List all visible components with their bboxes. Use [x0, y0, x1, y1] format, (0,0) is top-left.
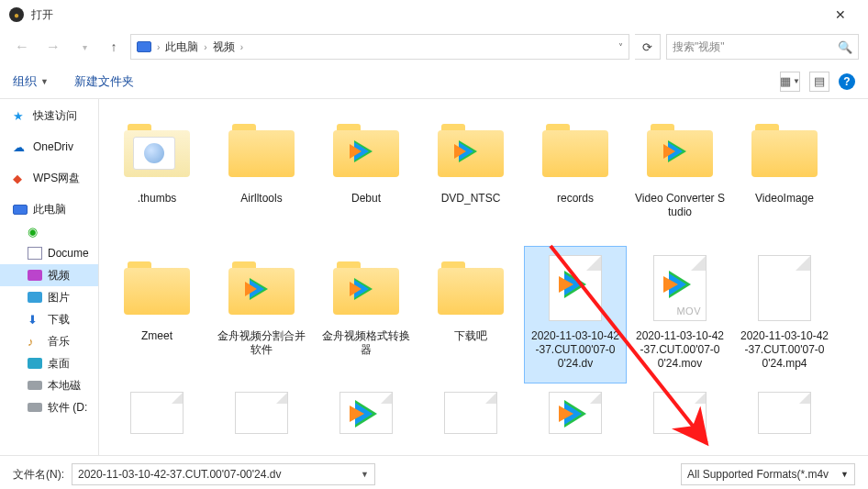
filename-input[interactable]: 2020-11-03-10-42-37.CUT.00'07-00'24.dv ▼ [72, 463, 375, 485]
refresh-button[interactable]: ⟳ [635, 34, 661, 60]
file-tile[interactable]: 2020-11-03-10-42-37.CUT.00'07-00'24.mp4 [733, 246, 836, 383]
file-tile[interactable]: 金舟视频分割合并软件 [210, 246, 313, 383]
new-folder-label: 新建文件夹 [74, 73, 134, 90]
file-tile[interactable] [419, 383, 522, 455]
file-tile[interactable]: .thumbs [106, 108, 208, 246]
sidebar-item-wps[interactable]: ◆WPS网盘 [0, 167, 98, 189]
file-tile[interactable]: MOV2020-11-03-10-42-37.CUT.00'07-00'24.m… [629, 246, 731, 383]
sidebar-item-downloads[interactable]: ⬇下载 [0, 308, 98, 330]
file-tile[interactable]: DVD_NTSC [419, 108, 522, 246]
navbar: ← → ▾ ↑ › 此电脑 › 视频 › ˅ ⟳ 搜索"视频" 🔍 [0, 29, 868, 64]
sidebar-item-music[interactable]: ♪音乐 [0, 330, 98, 352]
file-label: 金舟视频分割合并软件 [214, 329, 309, 357]
bottom-bar: 文件名(N): 2020-11-03-10-42-37.CUT.00'07-00… [0, 455, 868, 489]
app-icon: ● [9, 7, 24, 22]
close-button[interactable]: ✕ [822, 7, 859, 22]
file-thumb [226, 390, 297, 436]
file-thumb [226, 252, 297, 324]
nav-recent-icon[interactable]: ▾ [72, 34, 97, 60]
download-icon: ⬇ [28, 313, 42, 326]
file-tile[interactable] [210, 383, 313, 455]
sidebar-item-desktop[interactable]: 桌面 [0, 352, 98, 374]
file-thumb [435, 390, 506, 436]
sidebar-label: 视频 [48, 268, 70, 283]
file-tile[interactable]: records [524, 108, 627, 246]
file-tile[interactable]: Debut [315, 108, 417, 246]
pc-icon [137, 41, 151, 52]
sidebar-label: 下载 [48, 312, 70, 328]
nav-forward-icon: → [40, 34, 66, 60]
file-label: Debut [350, 192, 383, 206]
file-pane[interactable]: .thumbsAirlltoolsDebutDVD_NTSCrecordsVid… [99, 99, 868, 455]
sidebar-item-wechat[interactable]: ◉ [0, 220, 98, 242]
disk-icon [28, 381, 42, 390]
file-thumb [226, 115, 297, 186]
file-tile[interactable]: Airlltools [210, 108, 313, 246]
help-icon[interactable]: ? [839, 73, 855, 90]
file-tile[interactable]: VideoImage [733, 108, 836, 246]
breadcrumb-root[interactable]: 此电脑 [165, 39, 198, 55]
file-tile[interactable]: Zmeet [106, 246, 208, 383]
organize-label: 组织 [13, 73, 37, 90]
chevron-down-icon[interactable]: ▼ [361, 470, 369, 479]
filename-label: 文件名(N): [13, 467, 64, 483]
file-label: 下载吧 [452, 329, 489, 343]
search-icon[interactable]: 🔍 [838, 40, 852, 54]
star-icon: ★ [13, 109, 28, 122]
file-tile[interactable] [315, 383, 417, 455]
chevron-right-icon: › [204, 42, 206, 52]
nav-up-icon[interactable]: ↑ [103, 36, 125, 58]
sidebar-label: OneDriv [33, 140, 73, 153]
file-thumb [330, 390, 402, 436]
wechat-icon: ◉ [28, 225, 42, 238]
view-icons-button[interactable]: ▦▼ [780, 72, 800, 92]
sidebar-item-this-pc[interactable]: 此电脑 [0, 198, 98, 220]
file-type-filter[interactable]: All Supported Formats(*.m4v ▼ [681, 463, 855, 485]
sidebar-item-onedrive[interactable]: ☁OneDriv [0, 136, 98, 158]
nav-back-icon[interactable]: ← [9, 34, 35, 60]
sidebar-item-software-d[interactable]: 软件 (D: [0, 396, 98, 418]
document-icon [28, 247, 42, 260]
file-tile[interactable] [106, 383, 208, 455]
file-label: Video Converter Studio [632, 192, 728, 219]
address-dropdown-icon[interactable]: ˅ [618, 42, 623, 52]
breadcrumb-folder[interactable]: 视频 [213, 39, 235, 55]
chevron-right-icon: › [157, 42, 160, 52]
view-details-button[interactable]: ▤ [809, 72, 829, 92]
file-label: Zmeet [139, 329, 174, 343]
organize-button[interactable]: 组织 ▼ [13, 73, 49, 90]
file-tile[interactable]: 金舟视频格式转换器 [315, 246, 417, 383]
sidebar-item-pictures[interactable]: 图片 [0, 286, 98, 308]
search-input[interactable]: 搜索"视频" 🔍 [666, 34, 859, 60]
search-placeholder: 搜索"视频" [673, 39, 838, 55]
file-label: 金舟视频格式转换器 [318, 329, 414, 357]
sidebar-item-quick-access[interactable]: ★快速访问 [0, 105, 98, 127]
video-icon [28, 270, 42, 281]
file-tile[interactable]: 下载吧 [419, 246, 522, 383]
file-thumb [540, 252, 611, 324]
address-bar[interactable]: › 此电脑 › 视频 › ˅ [130, 34, 629, 60]
sidebar-item-videos[interactable]: 视频 [0, 264, 98, 286]
body: ★快速访问 ☁OneDriv ◆WPS网盘 此电脑 ◉ Docume 视频 图片… [0, 99, 868, 455]
chevron-right-icon: › [240, 42, 243, 52]
pc-icon [13, 205, 28, 215]
sidebar-label: 桌面 [48, 356, 70, 372]
file-thumb: MOV [644, 252, 716, 324]
file-tile[interactable]: Video Converter Studio [629, 108, 731, 246]
file-tile[interactable]: 2020-11-03-10-42-37.CUT.00'07-00'24.dv [524, 246, 627, 383]
file-label: 2020-11-03-10-42-37.CUT.00'07-00'24.mov [632, 329, 728, 371]
sidebar-label: Docume [48, 247, 89, 260]
file-thumb [749, 115, 820, 186]
chevron-down-icon[interactable]: ▼ [840, 470, 849, 479]
sidebar-item-local-disk[interactable]: 本地磁 [0, 374, 98, 396]
new-folder-button[interactable]: 新建文件夹 [74, 73, 134, 90]
file-grid: .thumbsAirlltoolsDebutDVD_NTSCrecordsVid… [105, 108, 864, 455]
sidebar-item-documents[interactable]: Docume [0, 242, 98, 264]
chevron-down-icon: ▼ [40, 77, 49, 86]
sidebar-label: 软件 (D: [48, 400, 87, 416]
window-title: 打开 [31, 7, 822, 23]
file-tile[interactable] [629, 383, 731, 455]
sidebar-label: WPS网盘 [33, 171, 80, 186]
file-tile[interactable] [524, 383, 627, 455]
file-tile[interactable] [733, 383, 836, 455]
